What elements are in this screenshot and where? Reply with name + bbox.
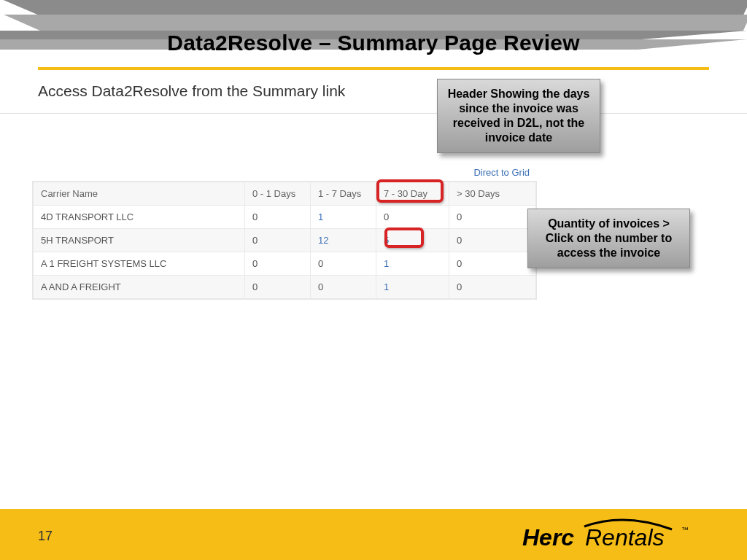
table-row: A 1 FREIGHT SYSTEMS LLC0010 bbox=[34, 252, 536, 276]
highlight-box-header bbox=[376, 179, 444, 203]
callout-header-days: Header Showing the days since the invoic… bbox=[437, 79, 600, 153]
cell-carrier-name: A 1 FREIGHT SYSTEMS LLC bbox=[34, 252, 245, 276]
table-header-row: Carrier Name 0 - 1 Days 1 - 7 Days 7 - 3… bbox=[34, 182, 536, 206]
logo-italic: Rentals bbox=[585, 524, 665, 551]
col-gt-30-days: > 30 Days bbox=[449, 182, 536, 206]
col-carrier-name: Carrier Name bbox=[34, 182, 245, 206]
page-title: Data2Resolve – Summary Page Review bbox=[0, 31, 747, 55]
callout-pointer-shadow bbox=[0, 0, 747, 15]
direct-to-grid-link[interactable]: Direct to Grid bbox=[32, 167, 537, 178]
cell-1-7: 0 bbox=[311, 276, 376, 299]
cell-carrier-name: 4D TRANSPORT LLC bbox=[34, 206, 245, 229]
title-rule bbox=[38, 67, 709, 70]
cell-gt-30: 0 bbox=[449, 252, 536, 276]
logo-tm: ™ bbox=[681, 526, 689, 534]
cell-7-30[interactable]: 1 bbox=[376, 276, 449, 299]
herc-rentals-logo: Herc Rentals ™ bbox=[522, 516, 712, 553]
cell-7-30: 0 bbox=[376, 206, 449, 229]
cell-carrier-name: A AND A FREIGHT bbox=[34, 276, 245, 299]
cell-1-7: 0 bbox=[311, 252, 376, 276]
cell-0-1: 0 bbox=[245, 252, 311, 276]
cell-gt-30: 0 bbox=[449, 206, 536, 229]
divider bbox=[0, 113, 747, 114]
callout-quantity: Quantity of invoices > Click on the numb… bbox=[527, 209, 690, 268]
cell-carrier-name: 5H TRANSPORT bbox=[34, 229, 245, 252]
logo-bold: Herc bbox=[522, 524, 574, 551]
cell-0-1: 0 bbox=[245, 276, 311, 299]
table-row: A AND A FREIGHT0010 bbox=[34, 276, 536, 299]
col-1-7-days: 1 - 7 Days bbox=[311, 182, 376, 206]
summary-table: Carrier Name 0 - 1 Days 1 - 7 Days 7 - 3… bbox=[32, 181, 537, 300]
cell-7-30[interactable]: 1 bbox=[376, 252, 449, 276]
slide: Data2Resolve – Summary Page Review Acces… bbox=[0, 0, 747, 560]
cell-gt-30: 0 bbox=[449, 229, 536, 252]
cell-0-1: 0 bbox=[245, 229, 311, 252]
cell-1-7[interactable]: 1 bbox=[311, 206, 376, 229]
col-0-1-days: 0 - 1 Days bbox=[245, 182, 311, 206]
highlight-box-cell bbox=[384, 228, 424, 248]
subtitle: Access Data2Resolve from the Summary lin… bbox=[38, 82, 345, 100]
table-row: 5H TRANSPORT01250 bbox=[34, 229, 536, 252]
callout-pointer bbox=[0, 15, 747, 31]
page-number: 17 bbox=[38, 529, 53, 544]
table-row: 4D TRANSPORT LLC0100 bbox=[34, 206, 536, 229]
cell-1-7[interactable]: 12 bbox=[311, 229, 376, 252]
cell-0-1: 0 bbox=[245, 206, 311, 229]
cell-gt-30: 0 bbox=[449, 276, 536, 299]
